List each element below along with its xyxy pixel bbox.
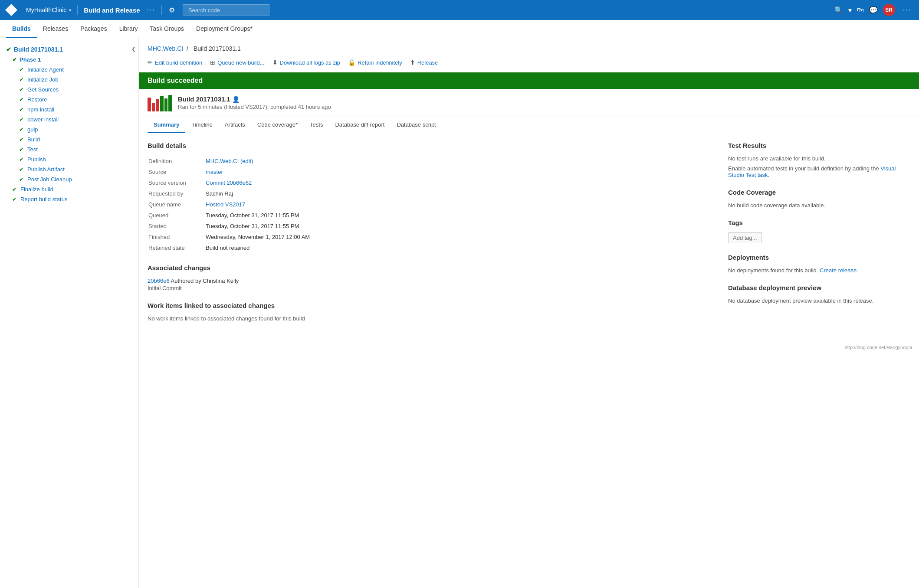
chat-icon[interactable]: 💬: [869, 6, 878, 14]
item-check-icon: ✔: [19, 156, 24, 163]
detail-value[interactable]: master: [206, 167, 714, 177]
chart-bar: [160, 96, 164, 111]
content-header: MHC.Web.CI / Build 20171031.1 ✏ Edit bui…: [139, 38, 919, 72]
table-row: Requested bySachin Raj: [148, 189, 714, 199]
app-more-button[interactable]: ···: [144, 4, 158, 16]
tab-summary[interactable]: Summary: [148, 117, 185, 133]
sidebar-collapse-button[interactable]: ❮: [129, 44, 138, 54]
sidebar-item-post-job-cleanup[interactable]: ✔ Post Job Cleanup: [0, 174, 138, 184]
nav-item-packages[interactable]: Packages: [74, 20, 113, 38]
chevron-down-icon[interactable]: ▾: [848, 6, 852, 14]
top-bar-right: 🔍 ▾ 🛍 💬 SR ···: [834, 4, 914, 16]
detail-value-link[interactable]: Commit 20b66e62: [206, 180, 252, 186]
sidebar-item-report-build-status[interactable]: ✔ Report build status: [0, 194, 138, 204]
tab-db-script[interactable]: Database script: [391, 117, 442, 133]
item-check-icon: ✔: [19, 136, 24, 143]
breadcrumb-parent[interactable]: MHC.Web.CI: [148, 45, 183, 52]
download-logs-button[interactable]: ⬇ Download all logs as zip: [272, 57, 340, 68]
item-check-icon: ✔: [19, 126, 24, 133]
breadcrumb-separator: /: [187, 45, 188, 52]
chart-bar: [148, 98, 151, 111]
sidebar-item-test[interactable]: ✔ Test: [0, 144, 138, 154]
create-release-link[interactable]: Create release.: [820, 267, 858, 274]
nav-divider-1: [77, 5, 78, 15]
logo-icon[interactable]: [5, 4, 17, 16]
deployments-heading: Deployments: [728, 254, 910, 261]
app-name-label: Build and Release: [84, 7, 140, 14]
commit-row: 20b66e6 Authored by Christina Kelly: [148, 278, 715, 284]
sidebar-item-initialize-job[interactable]: ✔ Initialize Job: [0, 75, 138, 85]
sidebar-item-finalize-build[interactable]: ✔ Finalize build: [0, 184, 138, 194]
sidebar-item-npm-install[interactable]: ✔ npm install: [0, 105, 138, 114]
detail-label: Requested by: [148, 189, 205, 199]
global-more-button[interactable]: ···: [900, 4, 914, 16]
sidebar-item-get-sources[interactable]: ✔ Get Sources: [0, 85, 138, 95]
sidebar-build-title[interactable]: ✔ Build 20171031.1: [0, 44, 138, 55]
detail-value[interactable]: Commit 20b66e62: [206, 178, 714, 188]
detail-value-link[interactable]: Hosted VS2017: [206, 201, 245, 208]
sidebar-phase-1[interactable]: ✔ Phase 1: [0, 55, 138, 65]
queue-new-build-button[interactable]: ⊞ Queue new build...: [210, 57, 264, 68]
avatar[interactable]: SR: [883, 4, 895, 16]
commit-hash-link[interactable]: 20b66e6: [148, 278, 170, 284]
shopping-bag-icon[interactable]: 🛍: [857, 6, 864, 14]
tab-timeline[interactable]: Timeline: [185, 117, 219, 133]
secondary-nav: Builds Releases Packages Library Task Gr…: [0, 20, 919, 38]
release-button[interactable]: ⬆ Release: [410, 57, 438, 68]
nav-item-releases[interactable]: Releases: [37, 20, 74, 38]
detail-label: Source version: [148, 178, 205, 188]
build-check-icon: ✔: [6, 46, 11, 53]
table-row: QueuedTuesday, October 31, 2017 11:55 PM: [148, 210, 714, 220]
nav-item-task-groups[interactable]: Task Groups: [144, 20, 190, 38]
nav-item-deployment-groups[interactable]: Deployment Groups*: [190, 20, 259, 38]
tab-code-coverage[interactable]: Code coverage*: [251, 117, 304, 133]
settings-icon[interactable]: ⚙: [165, 4, 178, 16]
org-selector[interactable]: MyHealthClinic ▾: [22, 7, 75, 13]
nav-item-builds[interactable]: Builds: [6, 20, 37, 38]
table-row: Sourcemaster: [148, 167, 714, 177]
sidebar-item-label: Finalize build: [20, 186, 53, 193]
item-check-icon: ✔: [19, 106, 24, 113]
assoc-changes-heading: Associated changes: [148, 264, 715, 271]
content-body: Build details DefinitionMHC.Web.CI (edit…: [139, 133, 919, 341]
sidebar-item-build[interactable]: ✔ Build: [0, 134, 138, 144]
sidebar-item-label: bower install: [27, 116, 59, 123]
sidebar-item-restore[interactable]: ✔ Restore: [0, 95, 138, 105]
detail-value-link[interactable]: MHC.Web.CI (edit): [206, 158, 253, 164]
retain-indefinitely-button[interactable]: 🔒 Retain indefinitely: [348, 57, 402, 68]
build-details-heading: Build details: [148, 142, 715, 149]
detail-value: Tuesday, October 31, 2017 11:55 PM: [206, 210, 714, 220]
test-results-heading: Test Results: [728, 142, 910, 149]
tab-db-diff-report[interactable]: Database diff report: [329, 117, 391, 133]
content-tabs: Summary Timeline Artifacts Code coverage…: [139, 117, 919, 133]
sidebar-item-bower-install[interactable]: ✔ bower install: [0, 114, 138, 124]
detail-value[interactable]: Hosted VS2017: [206, 199, 714, 209]
item-check-icon: ✔: [19, 96, 24, 103]
add-tag-input[interactable]: Add tag...: [728, 232, 762, 243]
db-preview-section: Database deployment preview No database …: [728, 284, 910, 304]
search-input[interactable]: [183, 4, 269, 16]
build-details-table: DefinitionMHC.Web.CI (edit)SourcemasterS…: [148, 155, 715, 254]
item-check-icon: ✔: [12, 196, 17, 203]
table-row: Source versionCommit 20b66e62: [148, 178, 714, 188]
detail-value[interactable]: MHC.Web.CI (edit): [206, 156, 714, 166]
table-row: DefinitionMHC.Web.CI (edit): [148, 156, 714, 166]
detail-value-link[interactable]: master: [206, 169, 223, 175]
lock-icon: 🔒: [348, 59, 355, 66]
deployments-section: Deployments No deployments found for thi…: [728, 254, 910, 274]
chart-bar: [156, 99, 159, 111]
sidebar-item-gulp[interactable]: ✔ gulp: [0, 124, 138, 134]
tab-tests[interactable]: Tests: [304, 117, 329, 133]
edit-build-definition-button[interactable]: ✏ Edit build definition: [148, 57, 202, 68]
build-meta-subtitle: Ran for 5 minutes (Hosted VS2017), compl…: [178, 104, 910, 110]
build-meta-title: Build 20171031.1 👤: [178, 95, 910, 103]
search-icon[interactable]: 🔍: [834, 6, 843, 14]
sidebar-item-publish[interactable]: ✔ Publish: [0, 154, 138, 164]
app-name-nav[interactable]: Build and Release: [79, 7, 144, 14]
tab-artifacts[interactable]: Artifacts: [219, 117, 251, 133]
nav-item-library[interactable]: Library: [113, 20, 144, 38]
db-preview-text: No database deployment preview available…: [728, 297, 910, 304]
detail-value: Build not retained: [206, 243, 714, 253]
sidebar-item-publish-artifact[interactable]: ✔ Publish Artifact: [0, 164, 138, 174]
sidebar-item-initialize-agent[interactable]: ✔ Initialize Agent: [0, 65, 138, 75]
